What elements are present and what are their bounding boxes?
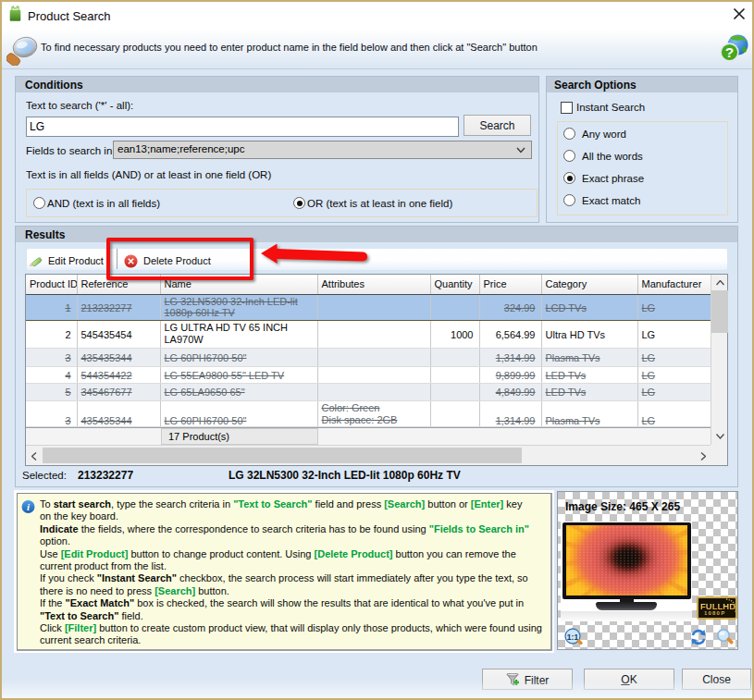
svg-text:?: ? bbox=[725, 44, 734, 60]
svg-text:1:1: 1:1 bbox=[567, 632, 579, 642]
